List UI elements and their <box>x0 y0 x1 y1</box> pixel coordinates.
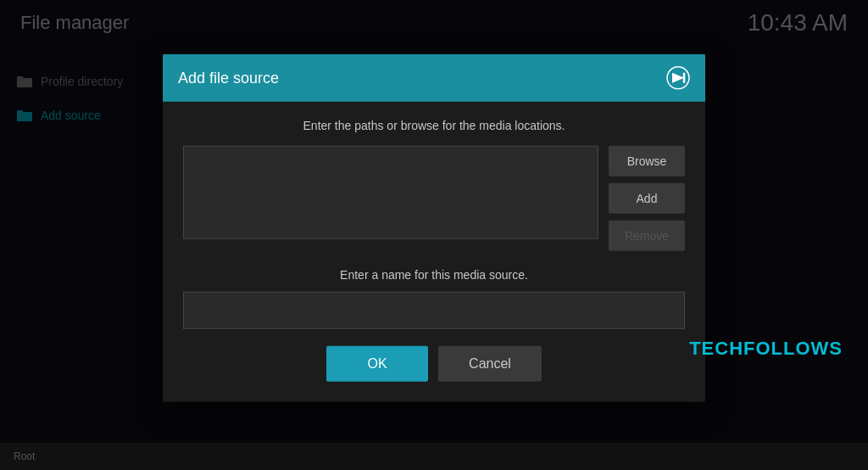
dialog-body: Enter the paths or browse for the media … <box>163 102 705 402</box>
svg-marker-1 <box>672 73 684 83</box>
side-buttons: Browse Add Remove <box>609 146 685 251</box>
kodi-logo <box>666 66 690 90</box>
ok-button[interactable]: OK <box>326 346 428 382</box>
dialog-header: Add file source <box>163 54 705 102</box>
name-input[interactable] <box>183 292 685 329</box>
path-input[interactable] <box>183 146 598 239</box>
name-instruction: Enter a name for this media source. <box>183 268 685 282</box>
add-file-source-dialog: Add file source Enter the paths or brows… <box>163 54 705 402</box>
add-button[interactable]: Add <box>609 183 685 214</box>
dialog-title: Add file source <box>178 69 279 87</box>
dialog-actions: OK Cancel <box>183 346 685 382</box>
remove-button[interactable]: Remove <box>609 221 685 251</box>
watermark: TECHFOLLOWS <box>689 338 843 360</box>
path-instruction: Enter the paths or browse for the media … <box>183 119 685 132</box>
bottom-item-root: Root <box>14 450 35 462</box>
browse-button[interactable]: Browse <box>609 146 685 176</box>
bottom-bar: Root <box>0 443 868 470</box>
path-area: Browse Add Remove <box>183 146 685 251</box>
cancel-button[interactable]: Cancel <box>438 346 542 382</box>
